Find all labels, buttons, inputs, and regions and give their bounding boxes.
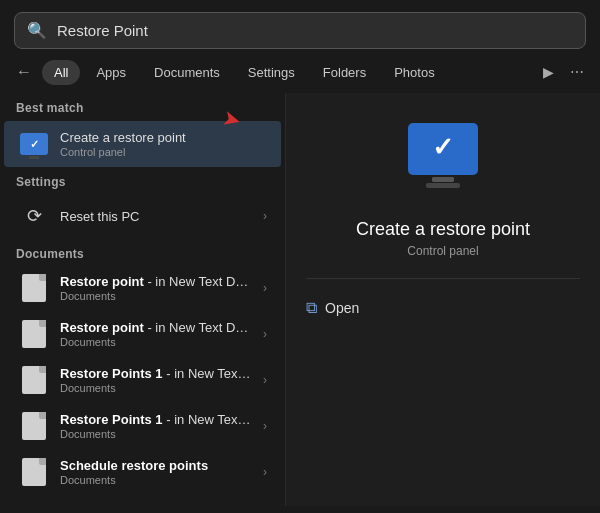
doc-icon-1-wrap xyxy=(18,272,50,304)
tab-documents[interactable]: Documents xyxy=(142,60,232,85)
right-panel: ✓ Create a restore point Control panel ⧉… xyxy=(285,93,600,506)
doc-item-3[interactable]: Restore Points 1 - in New Text Documents… xyxy=(4,357,281,403)
doc-item-5-title: Schedule restore points xyxy=(60,458,253,473)
settings-section-label: Settings xyxy=(0,167,285,193)
reset-pc-text: Reset this PC xyxy=(60,209,253,224)
right-panel-subtitle: Control panel xyxy=(407,244,478,258)
doc-item-4-text: Restore Points 1 - in New Text Documents… xyxy=(60,412,253,440)
open-button[interactable]: ⧉ Open xyxy=(306,295,359,321)
right-panel-icon-wrap: ✓ xyxy=(408,123,478,175)
doc-icon-2 xyxy=(22,320,46,348)
search-bar: 🔍 xyxy=(14,12,586,49)
doc-item-5-chevron: › xyxy=(263,465,267,479)
doc-item-3-title: Restore Points 1 - in New Text Documents xyxy=(60,366,253,381)
best-match-title: Create a restore point xyxy=(60,130,267,145)
doc-item-1-text: Restore point - in New Text Documents Do… xyxy=(60,274,253,302)
search-icon: 🔍 xyxy=(27,21,47,40)
doc-icon-4 xyxy=(22,412,46,440)
doc-item-2-text: Restore point - in New Text Documents Do… xyxy=(60,320,253,348)
doc-item-4-chevron: › xyxy=(263,419,267,433)
left-panel: Best match ➤ ✓ Create a restore point Co… xyxy=(0,93,285,506)
doc-item-5-text: Schedule restore points Documents xyxy=(60,458,253,486)
doc-item-4-title: Restore Points 1 - in New Text Documents xyxy=(60,412,253,427)
doc-item-5[interactable]: Schedule restore points Documents › xyxy=(4,449,281,495)
best-match-icon: ✓ xyxy=(18,128,50,160)
right-panel-checkmark: ✓ xyxy=(432,132,454,163)
best-match-item[interactable]: ➤ ✓ Create a restore point Control panel xyxy=(4,121,281,167)
doc-item-2-title: Restore point - in New Text Documents xyxy=(60,320,253,335)
doc-item-2-chevron: › xyxy=(263,327,267,341)
settings-icon-wrap: ⟳ xyxy=(18,200,50,232)
tab-photos[interactable]: Photos xyxy=(382,60,446,85)
reset-pc-chevron: › xyxy=(263,209,267,223)
best-match-label: Best match xyxy=(0,93,285,119)
search-input[interactable] xyxy=(57,22,573,39)
right-panel-monitor-icon: ✓ xyxy=(408,123,478,175)
tab-folders[interactable]: Folders xyxy=(311,60,378,85)
doc-item-2[interactable]: Restore point - in New Text Documents Do… xyxy=(4,311,281,357)
doc-item-3-text: Restore Points 1 - in New Text Documents… xyxy=(60,366,253,394)
doc-icon-3 xyxy=(22,366,46,394)
main-content: Best match ➤ ✓ Create a restore point Co… xyxy=(0,93,600,506)
right-panel-divider xyxy=(306,278,580,279)
doc-icon-2-wrap xyxy=(18,318,50,350)
reset-pc-title: Reset this PC xyxy=(60,209,253,224)
open-button-label: Open xyxy=(325,300,359,316)
tabs-bar: ← All Apps Documents Settings Folders Ph… xyxy=(0,59,600,93)
doc-item-4[interactable]: Restore Points 1 - in New Text Documents… xyxy=(4,403,281,449)
monitor-icon: ✓ xyxy=(20,133,48,155)
doc-item-1-chevron: › xyxy=(263,281,267,295)
play-button[interactable]: ▶ xyxy=(537,60,560,84)
back-button[interactable]: ← xyxy=(10,59,38,85)
settings-item-reset-pc[interactable]: ⟳ Reset this PC › xyxy=(4,193,281,239)
doc-icon-5-wrap xyxy=(18,456,50,488)
reset-pc-icon: ⟳ xyxy=(23,205,45,227)
doc-item-3-chevron: › xyxy=(263,373,267,387)
doc-icon-4-wrap xyxy=(18,410,50,442)
doc-icon-1 xyxy=(22,274,46,302)
tab-apps[interactable]: Apps xyxy=(84,60,138,85)
tab-all[interactable]: All xyxy=(42,60,80,85)
doc-item-5-subtitle: Documents xyxy=(60,474,253,486)
doc-item-1-title: Restore point - in New Text Documents xyxy=(60,274,253,289)
documents-section-label: Documents xyxy=(0,239,285,265)
doc-icon-3-wrap xyxy=(18,364,50,396)
best-match-subtitle: Control panel xyxy=(60,146,267,158)
tab-settings[interactable]: Settings xyxy=(236,60,307,85)
doc-item-2-subtitle: Documents xyxy=(60,336,253,348)
open-icon: ⧉ xyxy=(306,299,317,317)
doc-icon-5 xyxy=(22,458,46,486)
more-button[interactable]: ⋯ xyxy=(564,60,590,84)
doc-item-1-subtitle: Documents xyxy=(60,290,253,302)
right-panel-title: Create a restore point xyxy=(356,219,530,240)
doc-item-1[interactable]: Restore point - in New Text Documents Do… xyxy=(4,265,281,311)
doc-item-3-subtitle: Documents xyxy=(60,382,253,394)
doc-item-4-subtitle: Documents xyxy=(60,428,253,440)
best-match-text: Create a restore point Control panel xyxy=(60,130,267,158)
